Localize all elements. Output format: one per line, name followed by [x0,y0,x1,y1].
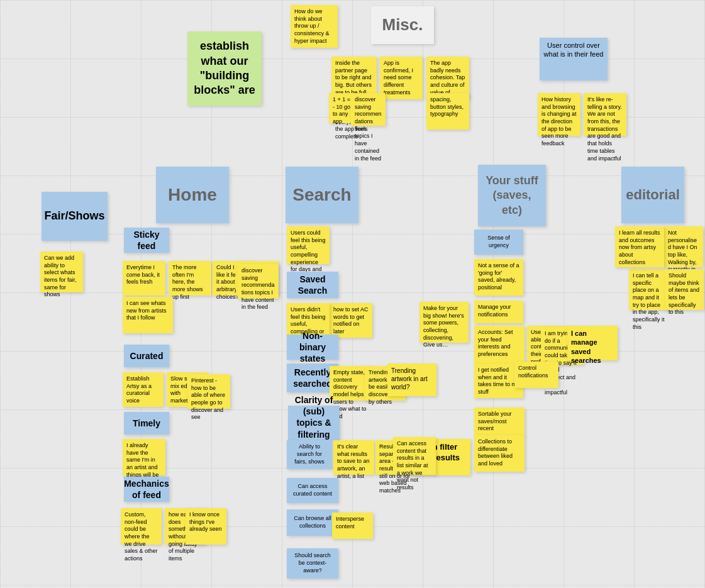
section-misc: Misc. [371,6,434,44]
note-throw-up: How do we think about throw up / consist… [291,5,338,48]
note-discover-feed2: discover saving recommendations from top… [351,93,386,126]
note-fair-shows: Fair/Shows [42,192,108,241]
note-fresh: Everytime I come back, it feels fresh [123,261,165,296]
note-clarity: Clarity of (sub) topics & filtering addi… [288,406,340,440]
note-ac-words: how to set AC words to get notified on l… [330,303,372,338]
section-home: Home [156,167,229,223]
note-curated-content: Can access curated content [287,478,338,503]
note-more-often: The more often I'm here, the more shows … [169,261,211,296]
note-sortable-saves: Sortable your saves/most recent [474,408,525,436]
note-retelling: It's like re-telling a story. We are not… [584,93,626,136]
note-history: How history and browsing is changing at … [538,93,580,136]
note-manage-notifs: Manage your notifications [474,301,523,323]
section-editorial: editorial [621,167,684,223]
note-curated: Curated [124,345,169,367]
note-art-world: Trending artwork in art world? [387,363,436,396]
note-app-confirmed: App is confirmed, I need some different … [380,57,423,99]
note-accounts-feed: Accounts: Set your feed interests and pr… [474,326,525,363]
note-artists-follow: I can see whats new from artists that I … [123,297,173,333]
note-manage-saved-searches: I can manage saved searches [567,326,618,360]
note-access-content: Can access content that results in a lis… [393,437,436,475]
note-going-for: Not a sense of a 'going for' saved, alre… [474,259,523,296]
note-mechanics: Mechanics of feed [124,477,169,502]
note-clear-results: It's clear what results to save to an ar… [333,440,374,475]
sticky-notes-canvas: Misc. establish what our "building block… [0,0,705,588]
note-items-specifically: Should maybe think of items and lets be … [665,269,704,310]
section-search: Search [286,167,358,223]
note-sticky-feed: Sticky feed [124,228,169,253]
note-already-seen: I know once things I've already seen [186,508,226,545]
note-user-control: User control over what is in their feed [540,38,608,80]
section-your-stuff: Your stuff (saves, etc) [478,165,546,226]
note-establish-artsy: Establish Artsy as a curatorial voice [123,372,164,407]
note-intersperse: Intersperse content [332,513,373,539]
note-urgency: Sense of urgency [474,230,523,255]
note-saved-search: Saved Search [287,272,338,298]
note-spacing: spacing, button styles, typography [426,93,469,130]
note-specific-place: I can tell a specific place on a map and… [629,269,670,310]
note-pinterest: Pinterest - how to be able of where peop… [187,374,230,409]
note-browse-collections: Can browse all collections [287,509,338,536]
note-building-blocks: establish what our "building blocks" are [187,31,262,106]
note-learn-results: I learn all results and outcomes now fro… [615,226,664,267]
note-non-binary: Non-binary states [287,335,338,360]
note-search-fairs: Ability to search for fairs, shows [287,440,332,469]
note-big-show: Make for your big show! here's some powe… [419,302,469,343]
note-timely-detail: I already have the same I'm in an artist… [123,439,165,475]
note-fair-ability: Can we add ability to select whats items… [40,252,83,292]
note-timely: Timely [124,412,169,435]
note-context-aware: Should search be context-aware? [287,548,338,579]
note-control-notifs: Control notifications [514,362,558,388]
note-not-personalised: Not personalised have I On top like, Wal… [664,226,703,267]
note-discover-recs: discover saving recommendations topics I… [238,264,279,299]
note-custom-feed: Custom, non-feed could be where the we d… [121,508,162,545]
note-users-feel: Users could feel this being useful, comp… [287,226,330,264]
note-collections-diff: Collections to differentiate between lik… [474,435,525,472]
